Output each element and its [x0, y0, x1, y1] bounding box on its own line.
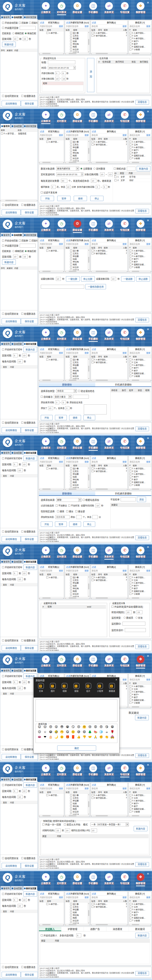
sidebar-tab-autoreply[interactable]: 自动回复 — [11, 342, 23, 346]
list-item[interactable]: AAV14 — [65, 159, 90, 161]
sidebar-tab-newfriend[interactable]: 新好友回复 — [23, 886, 37, 890]
list-item[interactable]: 任丽 — [65, 911, 90, 913]
row-checkbox[interactable] — [129, 585, 131, 587]
search-button[interactable]: 搜索 — [146, 25, 150, 28]
search-input[interactable]: 群成员名称 — [130, 896, 140, 899]
scroll-right-icon[interactable]: ▸ — [150, 488, 151, 490]
horizontal-scrollbar[interactable]: ◂▸ — [65, 52, 90, 54]
list-item[interactable]: 王天生 — [65, 143, 90, 146]
vertical-scrollbar[interactable]: ▴▾ — [88, 249, 90, 270]
list-item[interactable]: 封玉珍 — [65, 592, 90, 595]
row-checkbox[interactable] — [46, 250, 48, 252]
content-type-video-button[interactable]: S视频 — [60, 683, 70, 692]
row-checkbox[interactable] — [70, 593, 72, 595]
nav-item-line-reply[interactable]: ✆专线回复 — [118, 2, 131, 14]
save-settings-button[interactable]: 保存设置 — [21, 536, 38, 542]
list-item[interactable]: 杨周 — [65, 807, 90, 810]
emoji-item[interactable]: 😣 — [76, 724, 82, 729]
per-content-input[interactable]: 10 — [17, 686, 23, 690]
row-checkbox[interactable] — [70, 372, 72, 374]
filter-link[interactable]: 过滤 — [66, 674, 70, 678]
horizontal-scrollbar[interactable]: ◂▸ — [91, 379, 128, 381]
filter-link[interactable]: 过滤 — [92, 130, 96, 133]
nav-item-group-manage[interactable]: ❖微群管理 — [134, 111, 147, 123]
req-from-input[interactable]: 3 — [55, 401, 59, 404]
list-item[interactable]: 4新宁+ — [129, 475, 151, 478]
nav-item-timed-send[interactable]: ◷定时群发 — [55, 438, 68, 450]
search-input[interactable]: 群名称 — [92, 352, 98, 355]
row-checkbox[interactable] — [129, 579, 131, 581]
search-button[interactable]: 搜索 — [122, 678, 127, 681]
reply-friend-checkbox[interactable]: 回复好友 — [29, 21, 38, 24]
interval-from-input[interactable]: 5 — [13, 462, 17, 466]
filter-link[interactable]: 过滤 — [92, 457, 96, 460]
scrollbar-thumb[interactable] — [88, 584, 89, 589]
nav-item-phone-fans[interactable]: ◫手机爆粉 — [87, 547, 100, 558]
row-checkbox[interactable] — [129, 263, 131, 266]
multi-to-input[interactable]: 5 — [103, 185, 107, 189]
nav-item-group-manage[interactable]: ❖微群管理 — [134, 2, 147, 14]
search-button[interactable]: 搜索 — [122, 569, 127, 572]
horizontal-scrollbar[interactable]: ◂▸ — [91, 924, 128, 926]
list-item[interactable]: 李红梅 — [65, 913, 90, 916]
list-item[interactable]: 6蓝精灵全媒... — [129, 590, 151, 592]
filter-link[interactable]: 过滤 — [92, 565, 96, 568]
search-button[interactable]: 搜索 — [85, 896, 89, 899]
emoji-item[interactable]: 🙏 — [93, 735, 98, 740]
clear-log-button[interactable]: 清理信息 — [135, 644, 149, 649]
interval-from-input[interactable]: 5 — [13, 571, 17, 575]
nav-item-timed-send[interactable]: ◷定时群发 — [55, 547, 68, 558]
fuzzy-match-radio[interactable]: 模糊匹配 — [13, 32, 24, 35]
list-item[interactable]: 7小助理 — [129, 157, 151, 159]
nav-item-qiwei-send[interactable]: ✦企微群发 — [40, 438, 52, 450]
search-input[interactable]: 内部好友名称 — [40, 460, 52, 463]
scroll-right-icon[interactable]: ▸ — [89, 53, 90, 54]
greet-newfriend-checkbox[interactable]: 开启新好友打招呼 — [2, 892, 22, 896]
content-textarea[interactable] — [35, 699, 117, 722]
emoji-item[interactable]: 🌲 — [87, 729, 93, 735]
horizontal-scrollbar[interactable]: ◂▸ — [39, 924, 64, 926]
row-checkbox[interactable] — [129, 252, 131, 255]
interval-to-input[interactable]: 10 — [22, 571, 27, 575]
search-button[interactable]: 搜索 — [122, 787, 127, 790]
scroll-right-icon[interactable]: ▸ — [89, 488, 90, 490]
list-item[interactable]: 3A-新宁团队... — [129, 37, 151, 40]
clear-log-button[interactable]: 清理信息 — [135, 536, 149, 540]
row-checkbox[interactable] — [70, 811, 72, 813]
filter-link[interactable]: 过滤 — [40, 130, 44, 133]
nav-item-qiwei-send[interactable]: ✦企微群发 — [40, 873, 52, 885]
sidebar-tab-accounts[interactable]: 账号列 — [0, 233, 11, 237]
list-item[interactable]: 7小助理 — [129, 919, 151, 922]
search-input[interactable]: 外部好友名称 — [66, 243, 78, 245]
list-item[interactable]: 封玉珍 — [65, 157, 90, 159]
loop-count-input[interactable]: 0 — [51, 185, 55, 189]
list-item[interactable]: 3A-新宁团队... — [129, 908, 151, 911]
row-checkbox[interactable] — [129, 146, 131, 148]
row-checkbox[interactable] — [129, 266, 131, 268]
scroll-right-icon[interactable]: ▸ — [89, 379, 90, 381]
list-item[interactable]: 任丽 — [65, 148, 90, 151]
interval-to-input[interactable]: 15 — [23, 255, 28, 259]
scrollbar-thumb[interactable] — [96, 924, 108, 925]
row-checkbox[interactable] — [129, 479, 131, 480]
list-item[interactable]: 6蓝精灵全媒... — [129, 916, 151, 919]
scroll-right-icon[interactable]: ▸ — [150, 270, 151, 272]
list-item[interactable]: 李云鹏 — [65, 799, 90, 802]
emoji-item[interactable]: 👍 — [76, 735, 82, 740]
row-checkbox[interactable] — [92, 906, 93, 908]
row-checkbox[interactable] — [70, 149, 72, 151]
close-button[interactable]: ✕ — [147, 219, 149, 222]
list-item[interactable]: 3A-新宁团队... — [129, 473, 151, 475]
row-checkbox[interactable] — [129, 691, 131, 693]
list-item[interactable]: 7小助理 — [129, 701, 151, 704]
row-checkbox[interactable] — [129, 802, 131, 804]
sidebar-tab-accounts[interactable]: 账号列 — [0, 886, 11, 890]
random-content-checkbox[interactable]: 随机内容 — [114, 167, 126, 170]
list-item[interactable]: 5新宁 — [129, 478, 151, 481]
horizontal-scrollbar[interactable]: ◂▸ — [65, 815, 90, 816]
search-button[interactable]: 搜索 — [146, 460, 150, 463]
nav-item-group-settings[interactable]: ⚙群组设置 — [71, 220, 84, 232]
list-item[interactable]: 1A-新宁团队... — [129, 32, 151, 34]
sidebar-tab-autoreply[interactable]: 自动回复 — [11, 450, 23, 455]
list-item[interactable]: 任丽 — [65, 584, 90, 587]
